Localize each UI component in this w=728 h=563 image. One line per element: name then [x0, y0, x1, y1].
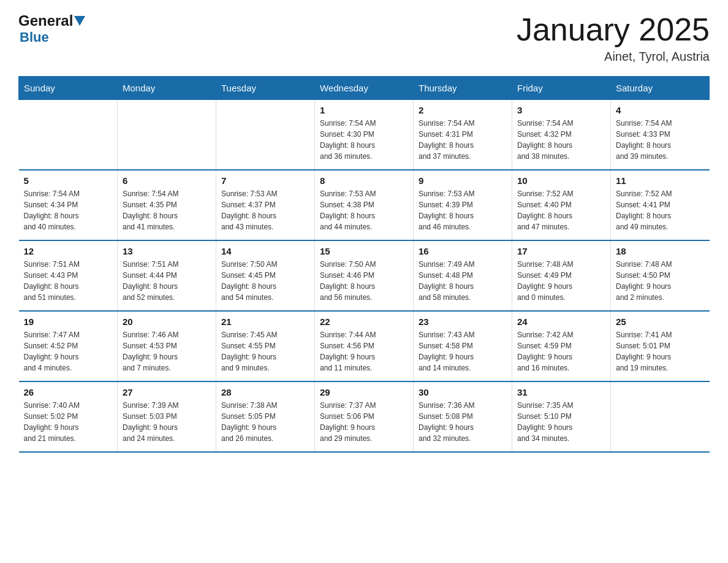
calendar-week-row: 5Sunrise: 7:54 AM Sunset: 4:34 PM Daylig…: [19, 170, 710, 240]
day-number: 17: [517, 246, 605, 256]
calendar-cell: 31Sunrise: 7:35 AM Sunset: 5:10 PM Dayli…: [512, 381, 611, 452]
column-header-monday: Monday: [118, 77, 216, 100]
day-info: Sunrise: 7:51 AM Sunset: 4:44 PM Dayligh…: [123, 259, 211, 303]
day-number: 9: [419, 175, 507, 186]
calendar-cell: 29Sunrise: 7:37 AM Sunset: 5:06 PM Dayli…: [315, 381, 414, 452]
day-number: 24: [517, 316, 605, 327]
day-number: 11: [616, 175, 705, 186]
day-number: 1: [320, 105, 408, 115]
calendar-cell: 16Sunrise: 7:49 AM Sunset: 4:48 PM Dayli…: [414, 240, 512, 311]
day-info: Sunrise: 7:54 AM Sunset: 4:33 PM Dayligh…: [616, 118, 705, 162]
column-header-saturday: Saturday: [611, 77, 710, 100]
day-info: Sunrise: 7:40 AM Sunset: 5:02 PM Dayligh…: [24, 400, 113, 444]
day-number: 27: [123, 387, 211, 397]
svg-marker-0: [74, 16, 85, 26]
day-number: 14: [221, 246, 309, 256]
day-info: Sunrise: 7:53 AM Sunset: 4:39 PM Dayligh…: [419, 188, 507, 232]
logo-general-text: General: [18, 12, 73, 29]
day-info: Sunrise: 7:37 AM Sunset: 5:06 PM Dayligh…: [320, 400, 408, 444]
calendar-cell: 20Sunrise: 7:46 AM Sunset: 4:53 PM Dayli…: [118, 311, 216, 381]
calendar-cell: 1Sunrise: 7:54 AM Sunset: 4:30 PM Daylig…: [315, 100, 414, 170]
calendar-cell: 8Sunrise: 7:53 AM Sunset: 4:38 PM Daylig…: [315, 170, 414, 240]
calendar-title: January 2025: [517, 12, 710, 47]
day-number: 29: [320, 387, 408, 397]
day-info: Sunrise: 7:54 AM Sunset: 4:30 PM Dayligh…: [320, 118, 408, 162]
day-number: 20: [123, 316, 211, 327]
column-header-sunday: Sunday: [19, 77, 118, 100]
day-info: Sunrise: 7:54 AM Sunset: 4:34 PM Dayligh…: [24, 188, 113, 232]
calendar-cell: 28Sunrise: 7:38 AM Sunset: 5:05 PM Dayli…: [216, 381, 315, 452]
calendar-cell: 13Sunrise: 7:51 AM Sunset: 4:44 PM Dayli…: [118, 240, 216, 311]
calendar-cell: 7Sunrise: 7:53 AM Sunset: 4:37 PM Daylig…: [216, 170, 315, 240]
logo-arrow-icon: [74, 16, 85, 27]
day-info: Sunrise: 7:45 AM Sunset: 4:55 PM Dayligh…: [221, 329, 309, 373]
calendar-cell: 4Sunrise: 7:54 AM Sunset: 4:33 PM Daylig…: [611, 100, 710, 170]
day-info: Sunrise: 7:52 AM Sunset: 4:40 PM Dayligh…: [517, 188, 605, 232]
day-info: Sunrise: 7:38 AM Sunset: 5:05 PM Dayligh…: [221, 400, 309, 444]
day-info: Sunrise: 7:36 AM Sunset: 5:08 PM Dayligh…: [419, 400, 507, 444]
calendar-cell: 22Sunrise: 7:44 AM Sunset: 4:56 PM Dayli…: [315, 311, 414, 381]
calendar-cell: 25Sunrise: 7:41 AM Sunset: 5:01 PM Dayli…: [611, 311, 710, 381]
calendar-cell: 15Sunrise: 7:50 AM Sunset: 4:46 PM Dayli…: [315, 240, 414, 311]
day-number: 25: [616, 316, 705, 327]
logo: General Blue: [18, 12, 85, 45]
calendar-header-row: SundayMondayTuesdayWednesdayThursdayFrid…: [19, 77, 710, 100]
calendar-week-row: 1Sunrise: 7:54 AM Sunset: 4:30 PM Daylig…: [19, 100, 710, 170]
day-info: Sunrise: 7:39 AM Sunset: 5:03 PM Dayligh…: [123, 400, 211, 444]
day-info: Sunrise: 7:42 AM Sunset: 4:59 PM Dayligh…: [517, 329, 605, 373]
calendar-cell: 18Sunrise: 7:48 AM Sunset: 4:50 PM Dayli…: [611, 240, 710, 311]
calendar-cell: 14Sunrise: 7:50 AM Sunset: 4:45 PM Dayli…: [216, 240, 315, 311]
day-info: Sunrise: 7:47 AM Sunset: 4:52 PM Dayligh…: [24, 329, 113, 373]
day-number: 10: [517, 175, 605, 186]
day-info: Sunrise: 7:44 AM Sunset: 4:56 PM Dayligh…: [320, 329, 408, 373]
calendar-cell: 30Sunrise: 7:36 AM Sunset: 5:08 PM Dayli…: [414, 381, 512, 452]
day-number: 23: [419, 316, 507, 327]
calendar-cell: 23Sunrise: 7:43 AM Sunset: 4:58 PM Dayli…: [414, 311, 512, 381]
day-info: Sunrise: 7:41 AM Sunset: 5:01 PM Dayligh…: [616, 329, 705, 373]
day-info: Sunrise: 7:53 AM Sunset: 4:38 PM Dayligh…: [320, 188, 408, 232]
day-number: 3: [517, 105, 605, 115]
column-header-friday: Friday: [512, 77, 611, 100]
day-info: Sunrise: 7:51 AM Sunset: 4:43 PM Dayligh…: [24, 259, 113, 303]
calendar-cell: 24Sunrise: 7:42 AM Sunset: 4:59 PM Dayli…: [512, 311, 611, 381]
calendar-cell: 17Sunrise: 7:48 AM Sunset: 4:49 PM Dayli…: [512, 240, 611, 311]
day-number: 16: [419, 246, 507, 256]
day-info: Sunrise: 7:48 AM Sunset: 4:49 PM Dayligh…: [517, 259, 605, 303]
day-number: 30: [419, 387, 507, 397]
day-number: 18: [616, 246, 705, 256]
column-header-tuesday: Tuesday: [216, 77, 315, 100]
calendar-week-row: 26Sunrise: 7:40 AM Sunset: 5:02 PM Dayli…: [19, 381, 710, 452]
calendar-cell: 2Sunrise: 7:54 AM Sunset: 4:31 PM Daylig…: [414, 100, 512, 170]
day-number: 12: [24, 246, 113, 256]
column-header-thursday: Thursday: [414, 77, 512, 100]
day-number: 26: [24, 387, 113, 397]
day-number: 19: [24, 316, 113, 327]
calendar-cell: [19, 100, 118, 170]
day-number: 21: [221, 316, 309, 327]
title-section: January 2025 Ainet, Tyrol, Austria: [517, 12, 710, 64]
day-number: 6: [123, 175, 211, 186]
day-info: Sunrise: 7:52 AM Sunset: 4:41 PM Dayligh…: [616, 188, 705, 232]
day-number: 5: [24, 175, 113, 186]
calendar-cell: 27Sunrise: 7:39 AM Sunset: 5:03 PM Dayli…: [118, 381, 216, 452]
calendar-table: SundayMondayTuesdayWednesdayThursdayFrid…: [18, 76, 710, 453]
day-number: 28: [221, 387, 309, 397]
calendar-cell: 12Sunrise: 7:51 AM Sunset: 4:43 PM Dayli…: [19, 240, 118, 311]
day-number: 22: [320, 316, 408, 327]
day-info: Sunrise: 7:49 AM Sunset: 4:48 PM Dayligh…: [419, 259, 507, 303]
day-info: Sunrise: 7:48 AM Sunset: 4:50 PM Dayligh…: [616, 259, 705, 303]
calendar-cell: 5Sunrise: 7:54 AM Sunset: 4:34 PM Daylig…: [19, 170, 118, 240]
calendar-week-row: 12Sunrise: 7:51 AM Sunset: 4:43 PM Dayli…: [19, 240, 710, 311]
column-header-wednesday: Wednesday: [315, 77, 414, 100]
day-info: Sunrise: 7:46 AM Sunset: 4:53 PM Dayligh…: [123, 329, 211, 373]
day-info: Sunrise: 7:35 AM Sunset: 5:10 PM Dayligh…: [517, 400, 605, 444]
day-number: 13: [123, 246, 211, 256]
day-number: 8: [320, 175, 408, 186]
day-number: 15: [320, 246, 408, 256]
day-info: Sunrise: 7:54 AM Sunset: 4:35 PM Dayligh…: [123, 188, 211, 232]
calendar-cell: 19Sunrise: 7:47 AM Sunset: 4:52 PM Dayli…: [19, 311, 118, 381]
calendar-cell: [611, 381, 710, 452]
day-info: Sunrise: 7:50 AM Sunset: 4:45 PM Dayligh…: [221, 259, 309, 303]
day-info: Sunrise: 7:54 AM Sunset: 4:31 PM Dayligh…: [419, 118, 507, 162]
day-info: Sunrise: 7:43 AM Sunset: 4:58 PM Dayligh…: [419, 329, 507, 373]
